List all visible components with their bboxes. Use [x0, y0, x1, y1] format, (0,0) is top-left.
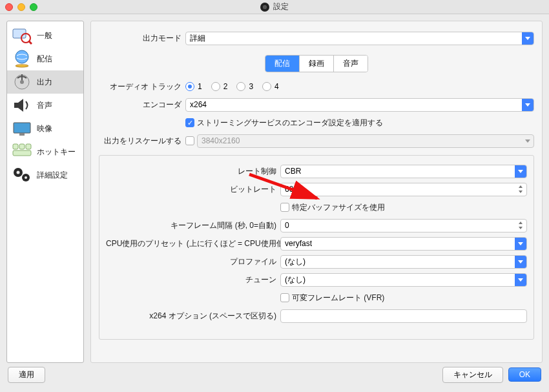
profile-value: (なし)	[285, 256, 306, 267]
svg-rect-12	[13, 150, 31, 156]
profile-select[interactable]: (なし)	[280, 255, 527, 269]
tab-audio[interactable]: 音声	[334, 56, 368, 72]
bitrate-label: ビットレート	[106, 184, 280, 195]
custom-buffer-label: 特定バッファサイズを使用	[292, 202, 385, 213]
window-title: 設定	[273, 1, 289, 12]
preset-value: veryfast	[285, 239, 312, 248]
sidebar-item-label: 出力	[37, 77, 52, 88]
tune-value: (なし)	[285, 274, 306, 285]
advanced-icon	[11, 165, 33, 185]
rate-control-label: レート制御	[106, 166, 280, 177]
sidebar: 一般 配信 出力 音声 映像	[6, 21, 84, 363]
ok-button[interactable]: OK	[508, 367, 541, 382]
minimize-icon[interactable]	[17, 3, 25, 11]
svg-rect-8	[19, 133, 25, 136]
sidebar-item-label: 音声	[37, 100, 52, 111]
svg-line-2	[29, 41, 32, 44]
zoom-icon[interactable]	[30, 3, 37, 11]
obs-icon	[260, 3, 269, 12]
chevron-down-icon	[515, 274, 526, 286]
output-mode-label: 出力モード	[99, 33, 185, 44]
sidebar-item-label: 映像	[37, 123, 52, 134]
chevron-down-icon	[522, 99, 533, 111]
chevron-down-icon	[515, 165, 526, 178]
sidebar-item-label: ホットキー	[37, 147, 76, 158]
titlebar: 設定	[0, 0, 549, 14]
tab-recording[interactable]: 録画	[300, 56, 334, 72]
sidebar-item-advanced[interactable]: 詳細設定	[7, 163, 83, 187]
svg-rect-11	[26, 144, 31, 149]
rescale-label: 出力をリスケールする	[99, 136, 185, 147]
encoder-settings-panel: レート制御 CBR ビットレート 6000 特定バッファサイズを使用 キーフ	[99, 155, 534, 340]
enforce-encoder-label: ストリーミングサービスのエンコーダ設定を適用する	[197, 118, 383, 129]
x264opts-label: x264 オプション (スペースで区切る)	[106, 311, 280, 322]
tab-streaming[interactable]: 配信	[265, 56, 300, 72]
output-tabs: 配信 録画 音声	[265, 55, 368, 72]
svg-rect-7	[14, 123, 30, 133]
general-icon	[11, 26, 33, 45]
rescale-value: 3840x2160	[202, 136, 240, 145]
sidebar-item-general[interactable]: 一般	[7, 24, 83, 47]
bitrate-input[interactable]: 6000	[280, 183, 527, 196]
chevron-down-icon	[522, 32, 533, 45]
rate-control-value: CBR	[285, 167, 301, 176]
svg-point-16	[25, 176, 27, 179]
rescale-select: 3840x2160	[197, 134, 534, 148]
audio-track-radios: 1 2 3 4	[185, 82, 279, 91]
tune-select[interactable]: (なし)	[280, 273, 527, 287]
profile-label: プロファイル	[106, 256, 280, 267]
preset-select[interactable]: veryfast	[280, 237, 527, 251]
output-icon	[11, 72, 33, 92]
keyint-input[interactable]: 0	[280, 219, 527, 232]
cancel-button[interactable]: キャンセル	[442, 367, 503, 383]
bitrate-value: 6000	[285, 185, 302, 194]
svg-rect-10	[19, 144, 25, 149]
chevron-down-icon	[515, 256, 526, 268]
sidebar-item-label: 配信	[37, 54, 52, 65]
audio-track-2[interactable]: 2	[211, 82, 228, 91]
audio-track-label: オーディオ トラック	[99, 81, 185, 92]
content-panel: 出力モード 詳細 配信 録画 音声 オーディオ トラック 1 2 3 4	[90, 21, 543, 363]
svg-point-6	[20, 80, 24, 84]
rescale-checkbox[interactable]	[185, 136, 194, 145]
svg-point-15	[17, 171, 20, 174]
chevron-down-icon	[515, 238, 526, 250]
stream-icon	[11, 49, 33, 68]
rate-control-select[interactable]: CBR	[280, 165, 527, 178]
svg-point-4	[16, 65, 28, 67]
sidebar-item-label: 一般	[37, 30, 52, 41]
x264opts-input[interactable]	[280, 309, 527, 323]
tune-label: チューン	[106, 274, 280, 285]
audio-track-4[interactable]: 4	[262, 82, 279, 91]
dialog-buttons: 適用 キャンセル OK	[0, 363, 549, 386]
sidebar-item-hotkeys[interactable]: ホットキー	[7, 140, 83, 163]
preset-label: CPU使用のプリセット (上に行くほど = CPU使用低い)	[106, 238, 280, 249]
encoder-value: x264	[190, 100, 207, 109]
output-mode-select[interactable]: 詳細	[185, 32, 534, 45]
hotkeys-icon	[11, 142, 33, 161]
close-icon[interactable]	[5, 3, 13, 11]
sidebar-item-audio[interactable]: 音声	[7, 94, 83, 117]
chevron-down-icon	[522, 135, 533, 147]
sidebar-item-label: 詳細設定	[37, 170, 68, 181]
audio-track-3[interactable]: 3	[236, 82, 253, 91]
keyint-label: キーフレーム間隔 (秒, 0=自動)	[106, 220, 280, 231]
output-mode-value: 詳細	[190, 33, 205, 44]
svg-point-3	[16, 50, 28, 63]
encoder-label: エンコーダ	[99, 99, 185, 110]
video-icon	[11, 119, 33, 138]
apply-button[interactable]: 適用	[8, 367, 45, 383]
keyint-value: 0	[285, 221, 289, 230]
vfr-label: 可変フレームレート (VFR)	[292, 293, 384, 304]
encoder-select[interactable]: x264	[185, 98, 534, 112]
sidebar-item-stream[interactable]: 配信	[7, 47, 83, 70]
vfr-checkbox[interactable]	[280, 293, 289, 302]
custom-buffer-checkbox[interactable]	[280, 203, 289, 212]
enforce-encoder-checkbox[interactable]	[185, 118, 194, 127]
svg-rect-9	[13, 144, 18, 149]
sidebar-item-output[interactable]: 出力	[7, 70, 83, 94]
sidebar-item-video[interactable]: 映像	[7, 117, 83, 140]
audio-icon	[11, 96, 33, 115]
audio-track-1[interactable]: 1	[185, 82, 202, 91]
